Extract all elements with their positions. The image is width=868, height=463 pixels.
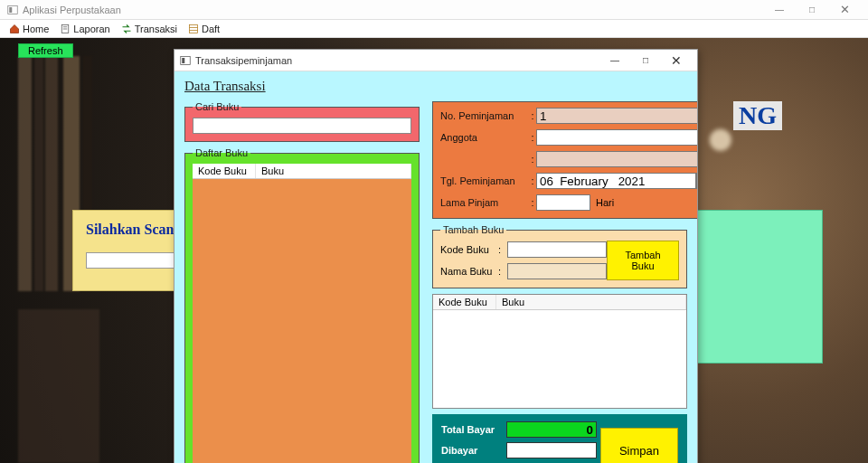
colon: : (529, 132, 536, 143)
search-book-input[interactable] (193, 118, 411, 134)
sel-col-buku: Buku (496, 295, 686, 309)
colon: : (529, 175, 536, 186)
main-close-button[interactable]: ✕ (828, 0, 861, 20)
list-icon (188, 24, 199, 34)
dialog-window-controls: — □ ✕ (599, 51, 692, 71)
svg-rect-9 (182, 58, 184, 63)
tgl-field[interactable] (536, 173, 696, 189)
lama-field[interactable] (536, 194, 590, 211)
dialog-minimize-button[interactable]: — (599, 51, 630, 71)
menu-daftar-label: Daft (202, 24, 220, 34)
menu-laporan[interactable]: Laporan (54, 20, 115, 37)
kode-buku-field[interactable] (507, 241, 607, 258)
transaction-icon (121, 24, 132, 34)
totals-panel: Total Bayar Simpan Dibayar Kembalian (432, 414, 687, 463)
dialog-columns: Cari Buku Daftar Buku Kode Buku Buku (184, 101, 687, 463)
dialog-title: Transaksipeminjaman (195, 55, 599, 66)
menubar: Home Laporan Transaksi Daft (0, 20, 868, 38)
dialog-maximize-button[interactable]: □ (630, 51, 661, 71)
dialog-close-button[interactable]: ✕ (661, 51, 692, 71)
svg-rect-1 (9, 7, 12, 13)
main-window-controls: — □ ✕ (763, 0, 861, 20)
anggota-field[interactable] (536, 129, 697, 146)
left-column: Cari Buku Daftar Buku Kode Buku Buku (184, 101, 420, 463)
main-maximize-button[interactable]: □ (796, 0, 828, 20)
col-kode-buku: Kode Buku (193, 164, 256, 178)
calendar-button[interactable]: ▾ (696, 173, 697, 189)
transaction-dialog: Transaksipeminjaman — □ ✕ Data Transaksi… (174, 49, 698, 463)
lama-unit: Hari (596, 197, 614, 208)
report-icon (60, 24, 71, 34)
dialog-body: Data Transaksi Cari Buku Daftar Buku (175, 71, 697, 463)
sel-col-kode: Kode Buku (433, 295, 496, 309)
menu-home-label: Home (23, 24, 49, 34)
total-bayar-label: Total Bayar (441, 424, 506, 435)
colon: : (529, 110, 536, 121)
book-list-legend: Daftar Buku (193, 147, 250, 158)
refresh-button[interactable]: Refresh (18, 43, 73, 58)
add-book-legend: Tambah Buku (440, 224, 506, 235)
selected-books-list[interactable]: Kode Buku Buku (432, 294, 687, 409)
save-button[interactable]: Simpan (600, 428, 678, 463)
kode-buku-label: Kode Buku (440, 244, 498, 255)
banner-text-fragment: NG (733, 101, 782, 130)
colon: : (498, 244, 507, 255)
search-book-legend: Cari Buku (193, 101, 241, 112)
menu-daftar[interactable]: Daft (183, 20, 225, 37)
search-book-group: Cari Buku (184, 101, 420, 142)
home-icon (9, 24, 20, 34)
app-icon (7, 5, 18, 15)
main-titlebar: Aplikasi Perpustakaan — □ ✕ (0, 0, 868, 20)
book-listview[interactable]: Kode Buku Buku (193, 164, 411, 463)
content-area: Refresh NG Silahkan Scan Kar Transaksipe… (0, 38, 868, 463)
menu-transaksi[interactable]: Transaksi (116, 20, 183, 37)
tgl-label: Tgl. Peminjaman (440, 175, 529, 186)
lama-wrap: Hari (536, 194, 697, 211)
add-book-button[interactable]: Tambah Buku (607, 241, 679, 280)
right-column: No. Peminjaman : Anggota : : Tgl. Peminj… (432, 101, 687, 463)
colon: : (529, 197, 536, 208)
menu-transaksi-label: Transaksi (135, 24, 177, 34)
dialog-titlebar: Transaksipeminjaman — □ ✕ (175, 50, 697, 71)
main-window: Aplikasi Perpustakaan — □ ✕ Home Laporan… (0, 0, 868, 463)
menu-home[interactable]: Home (4, 20, 54, 37)
dialog-icon (180, 55, 191, 66)
loan-info-group: No. Peminjaman : Anggota : : Tgl. Peminj… (432, 101, 697, 219)
no-peminjaman-label: No. Peminjaman (440, 110, 529, 121)
anggota-label: Anggota (440, 132, 529, 143)
menu-laporan-label: Laporan (73, 24, 109, 34)
main-title: Aplikasi Perpustakaan (23, 5, 763, 15)
selected-list-header: Kode Buku Buku (433, 295, 686, 310)
book-list-header: Kode Buku Buku (193, 164, 411, 179)
anggota-aux-field[interactable] (536, 151, 697, 167)
col-buku: Buku (256, 164, 411, 178)
section-title: Data Transaksi (184, 79, 687, 94)
main-minimize-button[interactable]: — (763, 0, 796, 20)
colon: : (529, 154, 536, 165)
colon: : (498, 266, 507, 277)
add-book-group: Tambah Buku Kode Buku : Tambah Buku Nama… (432, 224, 687, 288)
svg-rect-5 (190, 24, 198, 33)
nama-buku-field[interactable] (507, 263, 607, 279)
dibayar-field[interactable] (506, 442, 597, 458)
book-list-group: Daftar Buku Kode Buku Buku (184, 147, 420, 463)
date-picker: ▾ (536, 173, 697, 189)
dibayar-label: Dibayar (441, 445, 506, 456)
lama-label: Lama Pinjam (440, 197, 529, 208)
nama-buku-label: Nama Buku (440, 266, 498, 277)
no-peminjaman-field[interactable] (536, 108, 697, 124)
total-bayar-field[interactable] (506, 421, 597, 438)
